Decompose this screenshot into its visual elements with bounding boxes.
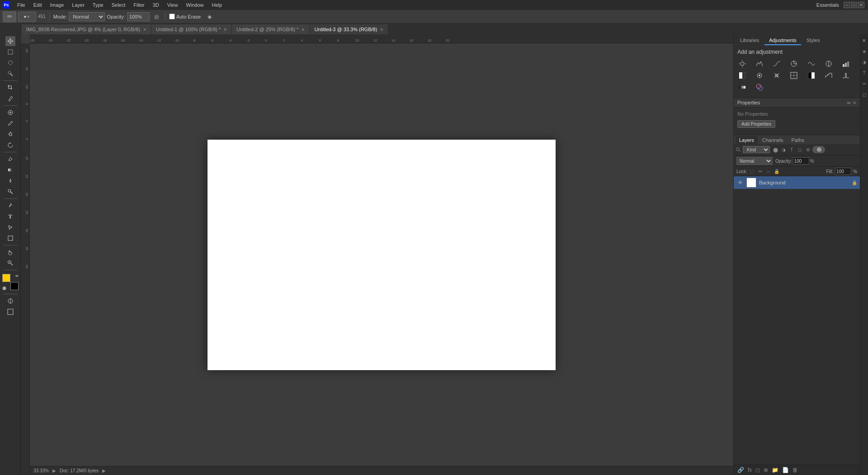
tool-quick-select[interactable] <box>5 69 15 79</box>
adj-curves-icon[interactable] <box>772 59 782 69</box>
tool-shape[interactable] <box>5 233 15 243</box>
tool-stamp[interactable] <box>5 129 15 139</box>
menu-help[interactable]: Help <box>208 1 226 9</box>
tool-blur[interactable] <box>5 176 15 186</box>
filter-type-icon[interactable]: T <box>788 146 795 153</box>
foreground-color-swatch[interactable] <box>2 274 10 282</box>
tab-layers[interactable]: Layers <box>736 136 758 144</box>
tab-paths[interactable]: Paths <box>788 136 808 144</box>
panel-icon-adjustments[interactable]: ◑ <box>860 58 868 66</box>
tool-eyedropper[interactable] <box>5 94 15 103</box>
new-group-icon[interactable]: 📁 <box>772 467 778 473</box>
tool-quick-mask[interactable] <box>5 296 15 306</box>
tool-lasso[interactable] <box>5 58 15 68</box>
filter-pixel-icon[interactable]: ⬤ <box>772 146 779 153</box>
menu-layer[interactable]: Layer <box>68 1 88 9</box>
adj-exposure-icon[interactable] <box>789 59 799 69</box>
menu-type[interactable]: Type <box>89 1 107 9</box>
add-mask-icon[interactable]: ◻ <box>755 467 760 473</box>
brush-tool-icon[interactable]: ✏ <box>3 11 16 22</box>
layers-kind-select[interactable]: Kind <box>743 146 770 153</box>
adj-huesat-icon[interactable] <box>824 59 834 69</box>
pressure-opacity-icon[interactable]: ◎ <box>151 12 161 22</box>
tab-untitled1[interactable]: Untitled-1 @ 100% (RGB/8) * ✕ <box>151 24 232 34</box>
panel-icon-layers[interactable]: ≡ <box>860 36 868 44</box>
tab-channels[interactable]: Channels <box>759 136 787 144</box>
tool-crop[interactable] <box>5 83 15 93</box>
lock-transparent-icon[interactable]: ⬚ <box>749 168 755 174</box>
tool-eraser[interactable] <box>5 154 15 164</box>
tab-untitled3[interactable]: Untitled-3 @ 33.3% (RGB/8) ✕ <box>310 24 388 34</box>
tool-text[interactable]: T <box>5 212 15 221</box>
new-adj-icon[interactable]: ⊕ <box>764 467 768 473</box>
tablet-pressure-icon[interactable]: ◈ <box>204 12 214 22</box>
panel-icon-text[interactable]: T <box>860 69 868 77</box>
add-property-button[interactable]: Add Properties <box>737 120 775 128</box>
tool-zoom[interactable] <box>5 258 15 268</box>
tool-brush[interactable] <box>5 118 15 128</box>
canvas-document[interactable] <box>208 140 556 370</box>
auto-erase-checkbox[interactable] <box>169 14 175 19</box>
menu-view[interactable]: View <box>164 1 182 9</box>
link-layers-icon[interactable]: 🔗 <box>737 467 744 473</box>
doc-info-arrow[interactable]: ▶ <box>102 468 106 473</box>
background-color-swatch[interactable] <box>10 282 19 290</box>
adj-colorlookup-icon[interactable] <box>789 71 799 80</box>
adj-bw-icon[interactable] <box>737 71 747 80</box>
tool-screen-mode[interactable] <box>5 307 15 317</box>
tool-path-select[interactable] <box>5 222 15 232</box>
panel-icon-properties[interactable]: ◈ <box>860 47 868 55</box>
mode-select[interactable]: Normal Dissolve Multiply <box>69 12 105 21</box>
adj-posterize-icon[interactable] <box>824 71 834 80</box>
new-layer-icon[interactable]: 📄 <box>782 467 789 473</box>
default-colors-icon[interactable]: ⬤ <box>2 286 6 290</box>
tab-libraries[interactable]: Libraries <box>736 36 764 45</box>
adj-threshold-icon[interactable] <box>841 71 851 80</box>
adj-selectivecolor-icon[interactable] <box>755 82 764 92</box>
layer-visibility-icon[interactable]: 👁 <box>736 179 744 186</box>
tool-select-rect[interactable] <box>5 47 15 57</box>
tab-img8938[interactable]: IMG_8938-Recovered.JPG @ 4% (Layer 0, RG… <box>22 24 151 34</box>
panel-icon-shapes[interactable]: ◻ <box>860 90 868 99</box>
adj-vibrance-icon[interactable] <box>807 59 816 69</box>
minimize-button[interactable]: ─ <box>844 2 850 8</box>
adj-channelmixer-icon[interactable] <box>772 71 782 80</box>
filter-shape-icon[interactable]: ◻ <box>796 146 803 153</box>
tool-gradient[interactable] <box>5 165 15 175</box>
tab-close-icon[interactable]: ✕ <box>380 27 383 32</box>
menu-file[interactable]: File <box>14 1 29 9</box>
lock-position-icon[interactable]: ↔ <box>765 168 772 174</box>
zoom-status-icon[interactable]: ▶ <box>52 468 56 473</box>
opacity-input[interactable] <box>127 12 150 21</box>
lock-image-icon[interactable]: ✏ <box>757 168 764 174</box>
fill-value-input[interactable] <box>835 168 851 175</box>
tab-close-icon[interactable]: ✕ <box>143 27 146 32</box>
close-button[interactable]: ✕ <box>858 2 864 8</box>
menu-filter[interactable]: Filter <box>130 1 148 9</box>
layer-item-background[interactable]: 👁 Background 🔒 <box>734 176 860 189</box>
brush-size-picker[interactable]: ●▼ <box>18 12 36 22</box>
tool-history-brush[interactable] <box>5 140 15 150</box>
maximize-button[interactable]: □ <box>851 2 857 8</box>
opacity-value-input[interactable] <box>793 157 809 165</box>
tool-dodge[interactable] <box>5 187 15 197</box>
adj-gradientmap-icon[interactable] <box>737 82 747 92</box>
panel-icon-brush[interactable]: ✏ <box>860 80 868 88</box>
tool-healing[interactable] <box>5 108 15 118</box>
menu-window[interactable]: Window <box>182 1 207 9</box>
properties-close-icon[interactable]: ✕ <box>853 100 856 105</box>
adj-brightness-icon[interactable] <box>737 59 747 69</box>
menu-edit[interactable]: Edit <box>30 1 46 9</box>
adj-photofilter-icon[interactable] <box>755 71 764 80</box>
tab-styles[interactable]: Styles <box>802 36 825 45</box>
tool-hand[interactable] <box>5 247 15 257</box>
tool-move[interactable] <box>5 36 15 46</box>
tab-untitled2[interactable]: Untitled-2 @ 25% (RGB/8) * ✕ <box>232 24 310 34</box>
swap-colors-icon[interactable]: ⇄ <box>15 274 19 278</box>
adj-levels-icon[interactable] <box>755 59 764 69</box>
layers-filter-toggle[interactable] <box>812 146 825 153</box>
filter-adj-icon[interactable]: ◑ <box>780 146 787 153</box>
adj-colorbalance-icon[interactable] <box>841 59 851 69</box>
blend-mode-select[interactable]: Normal Dissolve Multiply <box>736 157 773 165</box>
tab-adjustments[interactable]: Adjustments <box>764 36 801 45</box>
